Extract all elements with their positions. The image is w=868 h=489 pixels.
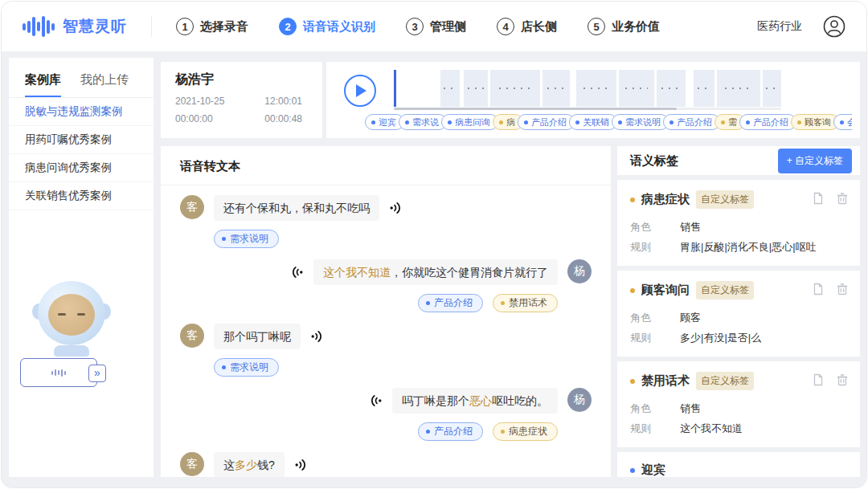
timeline-tag[interactable]: 会员办卡 [833,114,852,130]
audio-waveform[interactable] [394,70,781,107]
sound-icon[interactable] [289,265,304,279]
delete-trash-icon[interactable] [836,373,849,389]
tag-dot-icon [746,120,750,124]
message-text: ，你就吃这个健胃消食片就行了 [391,266,548,279]
sound-icon[interactable] [368,393,383,408]
message-tag[interactable]: 病患症状 [493,422,558,441]
message-tag[interactable]: 禁用话术 [493,294,558,312]
waveform-segment [763,70,781,107]
message-bubble[interactable]: 吗丁啉是那个恶心呕吐吃的。 [392,388,558,414]
message-text: 还有个保和丸，保和丸不吃吗 [223,202,370,214]
app-window: 智慧灵听 1选择录音2语音语义识别3管理侧4店长侧5业务价值 医药行业 案例库我… [1,1,867,488]
waveform-segment [464,70,488,107]
sound-icon[interactable] [294,458,309,472]
timeline-tag[interactable]: 关联销 [569,114,617,130]
timeline-tag-label: 顾客询 [805,116,831,128]
step-5[interactable]: 5业务价值 [588,18,660,35]
case-item-0[interactable]: 脱敏与违规监测案例 [9,98,154,126]
case-item-3[interactable]: 关联销售优秀案例 [9,182,154,210]
message-tag-label: 产品介绍 [434,296,473,310]
play-button[interactable] [344,75,376,107]
message-bubble[interactable]: 这个我不知道，你就吃这个健胃消食片就行了 [313,259,558,285]
timeline-tag-label: 病 [506,116,515,128]
message-left: 客这多少钱?顾客询问 [180,452,592,477]
waveform-scrollbar-thumb[interactable] [394,108,677,110]
step-label: 业务价值 [612,19,660,35]
case-item-1[interactable]: 用药叮嘱优秀案例 [9,126,154,154]
waveform-segment [717,70,760,107]
delete-trash-icon[interactable] [836,192,849,208]
recording-time: 12:00:01 [264,96,302,107]
timeline-tag[interactable]: 需求说明 [612,114,669,130]
sound-icon[interactable] [389,201,403,215]
timeline-tag[interactable]: 产品介绍 [739,114,796,130]
step-2[interactable]: 2语音语义识别 [279,18,375,35]
message-bubble[interactable]: 还有个保和丸，保和丸不吃吗 [214,195,379,221]
timeline-tag[interactable]: 顾客询 [791,114,839,130]
message-tag[interactable]: 产品介绍 [418,422,483,441]
step-label: 管理侧 [430,19,466,35]
edit-document-icon[interactable] [812,192,825,208]
tag-dot-icon [501,301,505,305]
semantic-card-name: 迎宾 [641,463,665,477]
semantic-card-name: 禁用话术 [641,373,690,389]
delete-trash-icon[interactable] [836,283,849,299]
timeline-tag-label: 需 [728,116,737,128]
timeline-tag-label: 病患问询 [455,116,490,128]
edit-document-icon[interactable] [812,283,825,299]
message-row: 客还有个保和丸，保和丸不吃吗 [180,195,592,221]
role-value: 销售 [680,401,701,416]
user-avatar-icon[interactable] [823,15,845,38]
timeline-tag-label: 关联销 [583,116,609,128]
step-1[interactable]: 1选择录音 [176,18,248,35]
timeline-tag[interactable]: 产品介绍 [663,114,720,130]
message-bubble[interactable]: 这多少钱? [214,452,285,477]
semantic-card-actions [812,192,849,208]
step-label: 店长侧 [521,19,557,35]
waveform-segment [694,70,714,107]
message-bubble[interactable]: 那个吗丁啉呢 [214,324,301,349]
message-left: 客还有个保和丸，保和丸不吃吗需求说明 [180,195,592,248]
highlighted-keyword: 这个我不知道 [323,266,391,279]
message-tag-label: 需求说明 [230,361,268,374]
step-number: 2 [279,18,297,35]
sound-icon[interactable] [310,329,325,344]
timeline-tag-label: 产品介绍 [677,116,712,128]
add-custom-tag-button[interactable]: + 自定义标签 [778,149,852,173]
highlighted-keyword: 多少 [235,458,257,471]
message-tag[interactable]: 需求说明 [214,358,279,377]
message-tag-label: 禁用话术 [509,296,547,310]
role-value: 顾客 [680,311,701,325]
waveform-scrollbar[interactable] [394,108,781,110]
message-tag[interactable]: 需求说明 [214,230,279,248]
edit-document-icon[interactable] [812,373,825,389]
case-item-2[interactable]: 病患问询优秀案例 [9,154,154,182]
message-left: 客那个吗丁啉呢需求说明 [180,324,592,377]
recording-info-card: 杨浩宇 2021-10-25 12:00:01 00:00:00 00:00:4… [161,62,322,138]
semantic-card-header: 禁用话术自定义标签 [630,372,849,390]
mini-waveform-icon [51,369,66,377]
sidebar-tab-0[interactable]: 案例库 [25,72,61,97]
timeline-tag[interactable]: 产品介绍 [518,114,575,130]
step-number: 4 [497,18,514,35]
message-tag[interactable]: 产品介绍 [418,294,483,312]
waveform-segment [542,70,570,107]
step-4[interactable]: 4店长侧 [497,18,557,35]
expand-chevron-button[interactable]: » [88,365,106,382]
message-tag-label: 病患症状 [509,425,547,438]
semantic-card-header: 病患症状自定义标签 [630,190,849,209]
step-label: 选择录音 [200,19,248,35]
step-3[interactable]: 3管理侧 [406,18,466,35]
timeline-tag[interactable]: 需求说 [399,114,447,130]
rule-label: 规则 [630,331,657,345]
header-right: 医药行业 [757,15,845,38]
role-value: 销售 [680,220,701,234]
timeline-tag-label: 产品介绍 [753,116,788,128]
sidebar-tab-1[interactable]: 我的上传 [80,72,129,97]
semantic-card-rows: 角色销售规则胃胀|反酸|消化不良|恶心|呕吐 [630,220,849,255]
playhead-marker[interactable] [394,70,396,107]
audio-player-card: 迎宾需求说病患问询病产品介绍关联销需求说明产品介绍需产品介绍顾客询会员办卡会员办 [326,62,860,138]
semantic-card-actions [812,373,849,389]
tag-dot-icon [630,198,635,202]
timeline-tag[interactable]: 病患问询 [441,114,498,130]
